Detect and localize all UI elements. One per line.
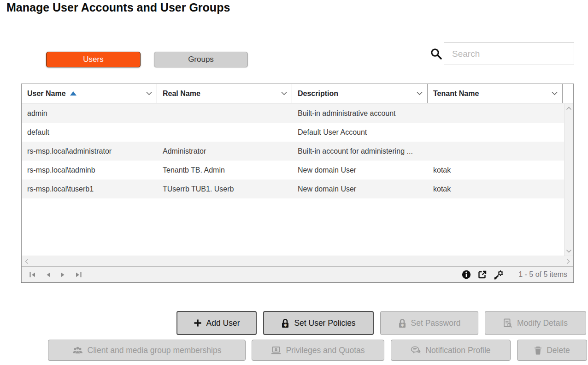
column-menu-chevron-down-icon[interactable] — [146, 91, 153, 96]
column-label: User Name — [27, 90, 66, 98]
table-row[interactable]: rs-msp.local\tuserb1 TUserrb TUB1. Userb… — [22, 180, 564, 198]
cell-user-name: admin — [22, 109, 157, 118]
table-body: admin Built-in administrative account de… — [22, 104, 564, 256]
modify-details-button[interactable]: Modify Details — [485, 311, 586, 335]
cell-tenant-name: kotak — [428, 185, 564, 193]
cell-description: New domain User — [292, 185, 428, 193]
delete-button[interactable]: Delete — [517, 340, 587, 361]
table-row[interactable]: default Default User Account — [22, 123, 564, 142]
last-page-icon[interactable] — [75, 272, 82, 278]
search-input[interactable] — [444, 42, 574, 65]
export-icon[interactable] — [478, 270, 487, 279]
privileges-and-quotas-button[interactable]: Privileges and Quotas — [252, 340, 384, 361]
column-menu-chevron-down-icon[interactable] — [416, 91, 423, 96]
column-header-tenant-name[interactable]: Tenant Name — [428, 84, 563, 103]
table-footer: 1 - 5 of 5 items — [22, 266, 573, 282]
cell-description: New domain User — [292, 166, 428, 174]
table-row[interactable]: rs-msp.local\administrator Administrator… — [22, 142, 564, 161]
trash-icon — [534, 346, 542, 355]
cell-description: Built-in account for administering ... — [292, 147, 428, 156]
search-icon — [430, 48, 442, 60]
first-page-icon[interactable] — [29, 272, 36, 278]
items-status: 1 - 5 of 5 items — [518, 270, 567, 279]
column-header-description[interactable]: Description — [292, 84, 428, 103]
cell-user-name: rs-msp.local\tadminb — [22, 166, 157, 174]
table-header-row: User Name Real Name Description Tenant N… — [22, 84, 573, 103]
previous-page-icon[interactable] — [46, 272, 51, 278]
cell-real-name: TUserrb TUB1. Userb — [157, 185, 292, 193]
scroll-right-icon[interactable] — [566, 258, 570, 264]
tools-icon[interactable] — [494, 270, 504, 280]
cell-real-name: Administrator — [157, 147, 292, 156]
set-password-button[interactable]: ✱ Set Password — [380, 311, 478, 335]
info-icon[interactable] — [462, 270, 471, 279]
set-user-policies-button[interactable]: ✱ Set User Policies — [263, 311, 374, 335]
cell-tenant-name: kotak — [428, 166, 564, 174]
svg-text:✱: ✱ — [284, 323, 288, 327]
tab-groups[interactable]: Groups — [154, 52, 248, 67]
column-label: Description — [298, 90, 338, 98]
vertical-scrollbar[interactable] — [564, 104, 573, 256]
column-header-real-name[interactable]: Real Name — [157, 84, 292, 103]
tab-users[interactable]: Users — [46, 52, 141, 67]
pager — [29, 272, 82, 278]
page-title: Manage User Accounts and User Groups — [6, 1, 230, 14]
horizontal-scrollbar[interactable] — [22, 256, 573, 266]
plus-icon — [194, 319, 202, 327]
column-label: Tenant Name — [433, 90, 479, 98]
scroll-left-icon[interactable] — [25, 258, 29, 264]
column-menu-chevron-down-icon[interactable] — [551, 91, 558, 96]
scroll-up-icon[interactable] — [566, 107, 572, 110]
user-group-icon — [72, 346, 83, 354]
svg-text:✱: ✱ — [400, 323, 404, 327]
table-row[interactable]: rs-msp.local\tadminb Tenantb TB. Admin N… — [22, 161, 564, 180]
speech-bubbles-icon — [411, 346, 421, 355]
cell-user-name: default — [22, 128, 157, 137]
column-header-user-name[interactable]: User Name — [22, 84, 157, 103]
cell-description: Default User Account — [292, 128, 428, 137]
notification-profile-button[interactable]: Notification Profile — [391, 340, 511, 361]
table-row[interactable]: admin Built-in administrative account — [22, 104, 564, 123]
header-spacer — [563, 84, 573, 103]
scroll-down-icon[interactable] — [566, 249, 572, 253]
document-search-icon — [503, 318, 512, 328]
cell-user-name: rs-msp.local\tuserb1 — [22, 185, 157, 193]
cell-real-name: Tenantb TB. Admin — [157, 166, 292, 174]
cell-description: Built-in administrative account — [292, 109, 428, 118]
column-menu-chevron-down-icon[interactable] — [281, 91, 288, 96]
next-page-icon[interactable] — [60, 272, 65, 278]
laptop-lock-icon — [271, 346, 281, 355]
column-label: Real Name — [163, 90, 200, 98]
lock-icon: ✱ — [281, 318, 289, 328]
lock-icon: ✱ — [398, 318, 406, 328]
sort-ascending-icon — [70, 91, 76, 96]
add-user-button[interactable]: Add User — [176, 311, 257, 335]
cell-user-name: rs-msp.local\administrator — [22, 147, 157, 156]
client-media-group-memberships-button[interactable]: Client and media group memberships — [48, 340, 246, 361]
users-table: User Name Real Name Description Tenant N… — [21, 84, 574, 283]
